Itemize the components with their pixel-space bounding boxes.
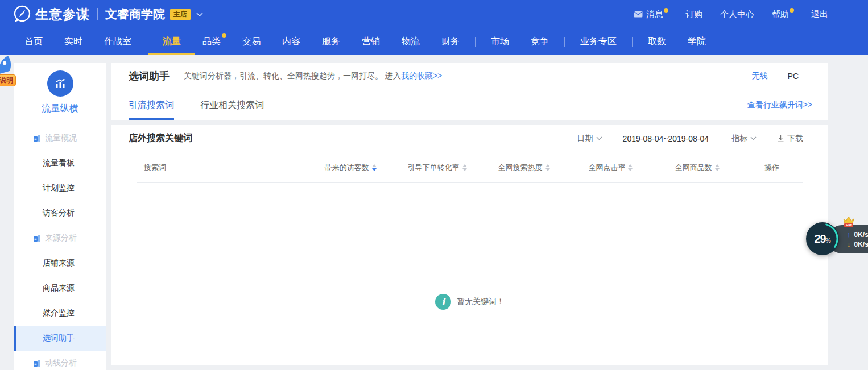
- nav-realtime[interactable]: 实时: [53, 28, 93, 55]
- notification-dot: [664, 8, 668, 13]
- download-arrow-icon: ↓: [847, 240, 851, 248]
- sidebar-title: 流量纵横: [14, 103, 106, 115]
- empty-state: i 暂无关键词！: [111, 183, 828, 310]
- info-icon: i: [435, 294, 451, 310]
- nav-divider: [564, 37, 565, 47]
- my-favorites-link[interactable]: 我的收藏>>: [401, 71, 442, 80]
- logo[interactable]: 生意参谋: [13, 5, 90, 24]
- sidebar-item-product-source[interactable]: 商品来源: [14, 276, 106, 301]
- tab-inflow-search-words[interactable]: 引流搜索词: [129, 90, 174, 120]
- nav-content[interactable]: 内容: [271, 28, 311, 55]
- nav-divider: [147, 37, 147, 47]
- nav-label: 实时: [64, 36, 82, 46]
- sort-icon[interactable]: [545, 164, 550, 171]
- date-range-value[interactable]: 2019-08-04~2019-08-04: [623, 134, 709, 143]
- sidebar-item-traffic-board[interactable]: 流量看板: [14, 151, 106, 176]
- traffic-module-icon: [47, 70, 73, 97]
- progress-circle[interactable]: 29 %: [806, 222, 839, 255]
- sidebar-item-label: 媒介监控: [43, 308, 75, 318]
- column-label: 全网搜索热度: [498, 163, 543, 173]
- nav-label: 服务: [322, 36, 340, 46]
- nav-competition[interactable]: 竞争: [520, 28, 560, 55]
- sort-icon[interactable]: [462, 164, 467, 171]
- date-dropdown[interactable]: 日期: [577, 134, 602, 144]
- topbar-menu: 消息订购个人中心帮助退出: [634, 9, 828, 20]
- sort-asc-icon: [715, 164, 720, 167]
- column-header-4[interactable]: 全网搜索热度: [481, 163, 567, 173]
- helper-badge[interactable]: 说明: [0, 74, 16, 86]
- sidebar-item-media-monitor[interactable]: 媒介监控: [14, 301, 106, 326]
- empty-message: 暂无关键词！: [457, 297, 505, 307]
- nav-label: 交易: [242, 36, 261, 46]
- nav-finance[interactable]: 财务: [431, 28, 470, 55]
- sidebar-item-plan-monitor[interactable]: 计划监控: [14, 176, 106, 201]
- nav-divider: [632, 37, 633, 47]
- brand-divider: [97, 8, 98, 20]
- column-label: 操作: [764, 163, 779, 173]
- chevron-down-icon: [750, 136, 757, 140]
- topbar-menu-messages[interactable]: 消息: [634, 9, 668, 20]
- folder-icon: [33, 134, 41, 142]
- column-header-6[interactable]: 全网商品数: [654, 163, 741, 173]
- topbar-menu-help[interactable]: 帮助: [772, 9, 793, 20]
- nav-data-extract[interactable]: 取数: [637, 28, 677, 55]
- sort-desc-icon: [715, 168, 720, 171]
- nav-label: 物流: [402, 36, 420, 46]
- column-header-3[interactable]: 引导下单转化率: [394, 163, 480, 173]
- topbar-menu-logout[interactable]: 退出: [811, 9, 828, 20]
- sidebar-section-traffic-overview: 流量概况: [14, 126, 106, 151]
- metric-dropdown[interactable]: 指标: [731, 134, 757, 144]
- column-header-2[interactable]: 带来的访客数: [307, 163, 394, 173]
- nav-war-room[interactable]: 作战室: [93, 28, 142, 55]
- sort-icon[interactable]: [372, 164, 377, 171]
- shop-name: 文睿商学院: [105, 6, 165, 22]
- device-wireless-option[interactable]: 无线: [752, 71, 768, 81]
- nav-label: 市场: [491, 36, 509, 46]
- device-pc-option[interactable]: PC: [788, 72, 799, 81]
- sidebar-item-visitor-analysis[interactable]: 访客分析: [14, 201, 106, 226]
- shop-badge: 主店: [170, 9, 191, 20]
- sidebar-section-label: 来源分析: [45, 233, 77, 243]
- topbar-menu-subscribe[interactable]: 订购: [685, 9, 702, 20]
- nav-business-zone[interactable]: 业务专区: [569, 28, 627, 55]
- nav-service[interactable]: 服务: [311, 28, 351, 55]
- nav-traffic[interactable]: 流量: [152, 28, 192, 55]
- sort-icon[interactable]: [715, 164, 720, 171]
- device-toggle: 无线 PC: [752, 71, 799, 81]
- sidebar-item-word-assistant[interactable]: 选词助手: [14, 326, 106, 351]
- industry-rising-words-link[interactable]: 查看行业飙升词>>: [747, 100, 812, 110]
- nav-category[interactable]: 品类: [192, 28, 232, 55]
- column-header-5[interactable]: 全网点击率: [567, 163, 654, 173]
- topbar-menu-label: 帮助: [772, 9, 789, 20]
- column-label: 全网商品数: [675, 163, 712, 173]
- topbar-menu-label: 个人中心: [720, 9, 754, 20]
- topbar-menu-label: 退出: [811, 9, 828, 20]
- tab-industry-related-search-words[interactable]: 行业相关搜索词: [200, 90, 264, 120]
- sort-icon[interactable]: [628, 164, 633, 171]
- shop-switch-chevron-down-icon[interactable]: [196, 13, 203, 16]
- table-header: 搜索词带来的访客数引导下单转化率全网搜索热度全网点击率全网商品数操作: [137, 152, 803, 183]
- main-nav: 首页实时作战室流量品类交易内容服务营销物流财务市场竞争业务专区取数学院: [0, 28, 868, 55]
- topbar-menu-label: 消息: [646, 9, 663, 20]
- nav-academy[interactable]: 学院: [677, 28, 717, 55]
- sidebar-item-label: 店铺来源: [43, 258, 75, 268]
- nav-market[interactable]: 市场: [480, 28, 520, 55]
- nav-marketing[interactable]: 营销: [351, 28, 391, 55]
- nav-logistics[interactable]: 物流: [391, 28, 431, 55]
- nav-label: 业务专区: [580, 36, 617, 46]
- sidebar-item-shop-source[interactable]: 店铺来源: [14, 251, 106, 276]
- topbar-menu-personal-center[interactable]: 个人中心: [720, 9, 754, 20]
- sort-desc-icon: [462, 168, 467, 171]
- nav-label: 竞争: [531, 36, 549, 46]
- sidebar-menu: 流量概况流量看板计划监控访客分析来源分析店铺来源商品来源媒介监控选词助手动线分析: [14, 124, 106, 370]
- sort-asc-icon: [462, 164, 467, 167]
- download-button[interactable]: 下载: [777, 134, 803, 144]
- nav-trade[interactable]: 交易: [232, 28, 271, 55]
- sort-desc-icon: [545, 168, 550, 171]
- column-label: 全网点击率: [588, 163, 625, 173]
- nav-home[interactable]: 首页: [14, 28, 53, 55]
- sidebar: 流量纵横 流量概况流量看板计划监控访客分析来源分析店铺来源商品来源媒介监控选词助…: [14, 63, 106, 370]
- topbar: 生意参谋 文睿商学院 主店 消息订购个人中心帮助退出: [0, 0, 868, 28]
- download-speed-widget[interactable]: ↑ 0K/s ↓ 0K/s 29 % VIP: [806, 214, 868, 265]
- sidebar-item-label: 选词助手: [43, 333, 75, 343]
